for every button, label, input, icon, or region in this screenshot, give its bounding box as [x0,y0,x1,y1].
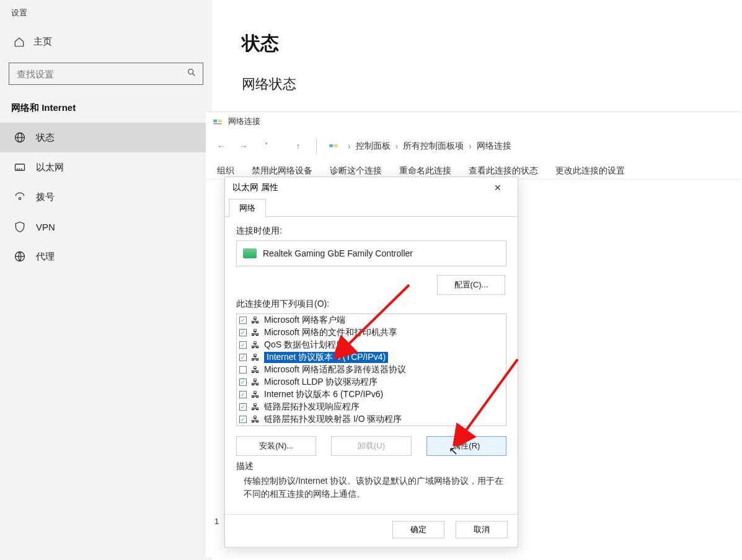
protocol-icon: 🖧 [250,328,260,337]
breadcrumb-segment[interactable]: 网络连接 [477,141,511,152]
item-count: 1 [214,517,219,526]
breadcrumb-segment[interactable]: 所有控制面板项 [403,141,464,152]
protocol-item[interactable]: ✓🖧Microsoft 网络客户端 [237,314,506,326]
sidebar-item-label: VPN [36,222,55,232]
svg-rect-16 [334,144,338,147]
search-box[interactable] [9,63,203,85]
home-label: 主页 [33,36,52,48]
protocol-label: 链路层拓扑发现响应程序 [264,401,360,413]
install-button[interactable]: 安装(N)... [236,436,316,456]
sidebar-item-ethernet[interactable]: 以太网 [0,152,212,182]
checkbox[interactable]: ✓ [239,354,247,361]
svg-point-9 [19,198,20,199]
protocol-icon: 🖧 [250,390,260,399]
svg-rect-15 [329,144,333,147]
breadcrumb-segment[interactable]: 控制面板 [356,141,391,152]
protocol-icon: 🖧 [250,415,260,424]
protocol-icon: 🖧 [250,378,260,387]
protocol-item-ipv4[interactable]: ✓🖧Internet 协议版本 4 (TCP/IPv4) [237,351,506,364]
protocol-item[interactable]: ✓🖧Microsoft 网络的文件和打印机共享 [237,326,506,339]
settings-sidebar: 设置 主页 网络和 Internet 状态 以太网 [0,0,212,560]
protocol-label: Microsoft LLDP 协议驱动程序 [264,377,378,388]
dialog-footer: 确定 取消 [225,515,518,547]
cancel-button[interactable]: 取消 [456,521,508,538]
search-input[interactable] [15,68,187,80]
protocol-icon: 🖧 [250,403,260,411]
tab-strip: 网络 [225,198,518,217]
protocol-label: 链路层拓扑发现映射器 I/O 驱动程序 [264,414,402,425]
cmd-diagnose[interactable]: 诊断这个连接 [330,165,382,177]
tab-network[interactable]: 网络 [229,199,266,217]
description-text: 传输控制协议/Internet 协议。该协议是默认的广域网络协议，用于在不同的相… [236,472,506,501]
app-title: 设置 [0,5,212,30]
nc-nav-row: ← → ˅ ↑ › 控制面板 › 所有控制面板项 › 网络连接 [206,132,740,162]
cmd-change-settings[interactable]: 更改此连接的设置 [555,165,625,177]
protocol-icon: 🖧 [250,365,260,374]
checkbox[interactable]: ✓ [239,341,247,349]
cmd-disable[interactable]: 禁用此网络设备 [252,165,312,177]
checkbox[interactable]: ✓ [239,416,247,423]
dialup-icon [14,191,26,203]
breadcrumb-icon [328,141,339,152]
protocol-icon: 🖧 [250,353,260,362]
items-label: 此连接使用下列项目(O): [236,299,506,310]
nav-forward-button[interactable]: → [237,139,250,153]
network-connections-icon [212,116,223,127]
svg-rect-5 [15,164,25,170]
ethernet-properties-dialog: 以太网 属性 ✕ 网络 连接时使用: Realtek Gaming GbE Fa… [224,177,518,548]
checkbox[interactable]: ✓ [239,329,247,336]
sidebar-item-dialup[interactable]: 拨号 [0,182,212,212]
home-icon [14,37,25,48]
checkbox[interactable] [239,366,247,374]
checkbox[interactable]: ✓ [239,378,247,386]
checkbox[interactable]: ✓ [239,391,247,398]
configure-button[interactable]: 配置(C)... [437,275,505,295]
sidebar-item-label: 以太网 [36,162,64,173]
protocol-item[interactable]: 🖧Microsoft 网络适配器多路传送器协议 [237,364,506,376]
cmd-view-status[interactable]: 查看此连接的状态 [469,165,538,177]
search-icon [187,68,197,80]
breadcrumb[interactable]: › 控制面板 › 所有控制面板项 › 网络连接 [348,141,511,152]
page-subtitle: 网络状态 [242,75,296,94]
sidebar-item-vpn[interactable]: VPN [0,212,212,242]
connect-using-label: 连接时使用: [236,225,506,237]
checkbox[interactable]: ✓ [239,317,247,324]
protocol-label: Microsoft 网络的文件和打印机共享 [264,327,397,338]
close-button[interactable]: ✕ [485,183,510,193]
protocol-item[interactable]: ✓🖧Internet 协议版本 6 (TCP/IPv6) [237,388,506,401]
checkbox[interactable]: ✓ [239,403,247,411]
vpn-icon [14,221,26,233]
nc-titlebar: 网络连接 [206,112,740,132]
nc-title-text: 网络连接 [228,116,260,127]
nav-back-button[interactable]: ← [214,139,228,153]
properties-button[interactable]: 属性(R) [426,436,506,456]
sidebar-item-label: 状态 [36,132,55,144]
cmd-organize[interactable]: 组织 [217,165,234,177]
description-label: 描述 [236,461,506,472]
cmd-rename[interactable]: 重命名此连接 [399,165,451,177]
dialog-titlebar: 以太网 属性 ✕ [225,177,518,198]
sidebar-item-status[interactable]: 状态 [0,123,212,152]
nav-up-button[interactable]: ↑ [291,139,305,153]
dialog-title: 以太网 属性 [232,182,278,193]
nav-recent-button[interactable]: ˅ [259,139,273,153]
divider [316,138,317,154]
ok-button[interactable]: 确定 [392,521,444,538]
protocol-item[interactable]: ✓🖧链路层拓扑发现映射器 I/O 驱动程序 [237,413,506,426]
home-nav[interactable]: 主页 [0,30,212,54]
page-title: 状态 [242,31,296,56]
section-header: 网络和 Internet [0,98,212,123]
protocol-item[interactable]: ✓🖧链路层拓扑发现响应程序 [237,401,506,413]
globe-icon [14,131,26,144]
protocol-label: QoS 数据包计划程序 [264,339,345,351]
protocol-item[interactable]: ✓🖧Microsoft LLDP 协议驱动程序 [237,376,506,388]
sidebar-item-proxy[interactable]: 代理 [0,242,212,271]
adapter-field[interactable]: Realtek Gaming GbE Family Controller [236,240,506,266]
protocol-list[interactable]: ✓🖧Microsoft 网络客户端 ✓🖧Microsoft 网络的文件和打印机共… [236,313,506,426]
svg-point-0 [188,69,193,74]
svg-line-1 [193,74,195,76]
protocol-label: Internet 协议版本 4 (TCP/IPv4) [264,352,388,363]
sidebar-item-label: 代理 [36,251,55,263]
protocol-item[interactable]: ✓🖧QoS 数据包计划程序 [237,339,506,351]
sidebar-item-label: 拨号 [36,191,55,203]
